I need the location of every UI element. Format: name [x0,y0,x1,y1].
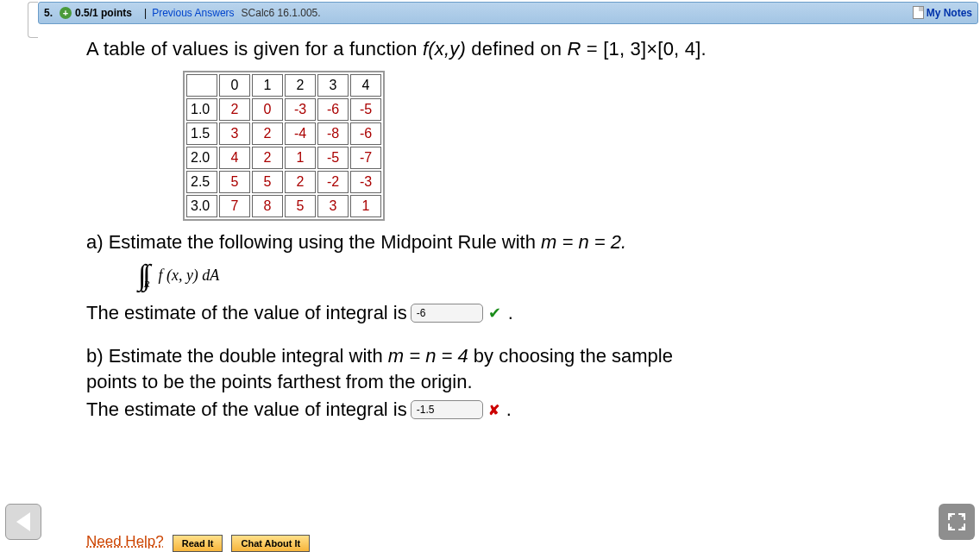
part-b-mn: m = n = 4 [388,345,468,367]
table-cell: 2 [285,171,316,193]
part-b-answer-line: The estimate of the value of integral is… [86,398,963,421]
part-b-prompt: b) Estimate the double integral with m =… [86,345,963,367]
table-cell: 0 [252,98,283,121]
my-notes-label: My Notes [927,7,972,19]
integrand: f (x, y) dA [158,267,219,285]
question-prompt: A table of values is given for a functio… [86,38,963,60]
prompt-mid: defined on [466,38,567,60]
my-notes-button[interactable]: My Notes [913,6,972,19]
integral-expression: ∫ ∫ R f (x, y) dA [138,259,963,292]
table-cell: 2 [219,98,250,121]
col-header: 1 [252,74,283,97]
table-header-row: 0 1 2 3 4 [186,74,381,97]
table-cell: 2 [252,147,283,169]
part-a-answer-input[interactable] [411,304,483,323]
part-b-text: b) Estimate the double integral with [86,345,388,367]
values-table: 0 1 2 3 4 1.0 2 0 -3 -6 -5 1.5 3 2 -4 -8… [183,71,385,221]
part-a-prompt: a) Estimate the following using the Midp… [86,231,963,254]
table-cell: 4 [219,147,250,169]
table-corner [186,74,217,97]
col-header: 4 [350,74,381,97]
prompt-text: A table of values is given for a functio… [86,38,423,60]
check-icon: ✔ [488,304,501,323]
table-cell: 3 [317,195,349,217]
table-cell: -6 [350,122,381,145]
row-header: 2.0 [186,147,217,169]
question-body: A table of values is given for a functio… [0,24,980,421]
col-header: 3 [317,74,349,97]
table-cell: 8 [252,195,283,217]
table-cell: -4 [285,122,316,145]
row-header: 3.0 [186,195,217,217]
prompt-domain: = [1, 3]×[0, 4]. [581,38,707,60]
table-cell: 5 [219,171,250,193]
table-cell: 5 [252,171,283,193]
part-b-prompt-line2: points to be the points farthest from th… [86,371,963,393]
prompt-func: f(x,y) [423,38,466,60]
table-cell: 1 [285,147,316,169]
table-cell: 1 [350,195,381,217]
part-b-answer-input[interactable] [411,400,483,419]
prompt-r: R [567,38,581,60]
period: . [508,302,513,324]
table-cell: 5 [285,195,316,217]
plus-icon[interactable]: + [60,7,72,19]
table-cell: -6 [317,98,349,121]
read-it-button[interactable]: Read It [173,535,223,552]
panel-stub [28,2,38,38]
note-icon [913,6,924,19]
previous-answers-link[interactable]: Previous Answers [152,7,234,19]
part-b-line2: points to be the points farthest from th… [86,371,473,392]
table-row: 3.0 7 8 5 3 1 [186,195,381,217]
part-a-mn: m = n = 2. [541,231,626,253]
table-cell: -2 [317,171,349,193]
col-header: 0 [219,74,250,97]
table-cell: -5 [317,147,349,169]
table-cell: -8 [317,122,349,145]
part-b-answer-label: The estimate of the value of integral is [86,398,407,421]
table-cell: 7 [219,195,250,217]
part-a-answer-label: The estimate of the value of integral is [86,302,407,324]
table-row: 1.0 2 0 -3 -6 -5 [186,98,381,121]
cross-icon: ✘ [488,402,499,418]
question-number: 5. [44,7,53,19]
part-b-text2: by choosing the sample [468,345,673,367]
expand-icon [947,512,966,531]
row-header: 1.5 [186,122,217,145]
row-header: 1.0 [186,98,217,121]
part-a-text: a) Estimate the following using the Midp… [86,231,541,253]
points-label: 0.5/1 points [75,7,132,19]
table-row: 1.5 3 2 -4 -8 -6 [186,122,381,145]
table-row: 2.0 4 2 1 -5 -7 [186,147,381,169]
table-cell: -7 [350,147,381,169]
need-help-row: Need Help? Read It Chat About It [86,533,310,552]
row-header: 2.5 [186,171,217,193]
col-header: 2 [285,74,316,97]
integral-region: R [144,279,150,289]
table-cell: -3 [285,98,316,121]
question-source: SCalc6 16.1.005. [242,7,321,19]
table-cell: 3 [219,122,250,145]
question-header: 5. + 0.5/1 points | Previous Answers SCa… [38,2,978,24]
nav-back-button[interactable] [5,504,41,540]
back-arrow-icon [16,512,30,531]
table-cell: -5 [350,98,381,121]
table-row: 2.5 5 5 2 -2 -3 [186,171,381,193]
table-cell: -3 [350,171,381,193]
separator: | [144,7,147,19]
chat-about-it-button[interactable]: Chat About It [231,535,310,552]
part-a-answer-line: The estimate of the value of integral is… [86,302,963,324]
table-cell: 2 [252,122,283,145]
period: . [506,398,512,421]
nav-forward-button[interactable] [939,504,975,540]
need-help-label: Need Help? [86,533,164,552]
